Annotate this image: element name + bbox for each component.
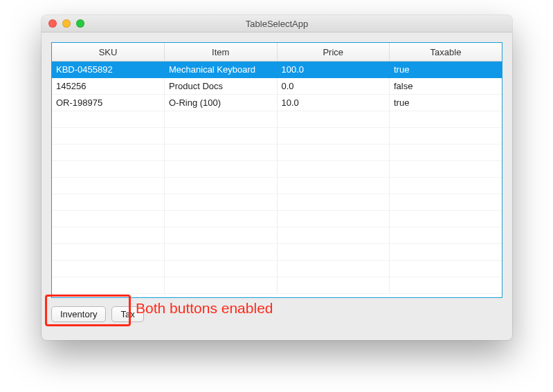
cell-empty bbox=[165, 211, 278, 227]
cell-empty bbox=[52, 161, 165, 178]
cell-empty bbox=[165, 227, 278, 244]
cell-empty bbox=[165, 261, 278, 277]
table-row bbox=[52, 261, 502, 277]
table-header-row: SKU Item Price Taxable bbox=[52, 43, 502, 62]
cell-empty bbox=[52, 277, 165, 294]
table-row bbox=[52, 244, 502, 261]
cell-taxable[interactable]: false bbox=[390, 78, 502, 95]
cell-price[interactable]: 0.0 bbox=[277, 78, 390, 95]
table-row bbox=[52, 161, 502, 178]
cell-empty bbox=[390, 211, 502, 227]
annotation-text: Both buttons enabled bbox=[136, 300, 273, 317]
col-header-taxable[interactable]: Taxable bbox=[390, 43, 502, 62]
cell-empty bbox=[390, 244, 502, 261]
table-row bbox=[52, 111, 502, 128]
cell-empty bbox=[277, 178, 390, 194]
zoom-icon[interactable] bbox=[76, 19, 84, 28]
cell-item[interactable]: Product Docs bbox=[165, 78, 278, 95]
cell-empty bbox=[277, 227, 390, 244]
cell-empty bbox=[390, 227, 502, 244]
cell-item[interactable]: O-Ring (100) bbox=[165, 95, 278, 111]
cell-empty bbox=[277, 261, 390, 277]
table-row bbox=[52, 178, 502, 194]
cell-sku[interactable]: OR-198975 bbox=[52, 95, 165, 111]
cell-empty bbox=[52, 244, 165, 261]
cell-empty bbox=[277, 194, 390, 211]
cell-taxable[interactable]: true bbox=[390, 62, 502, 78]
cell-empty bbox=[277, 277, 390, 294]
cell-taxable[interactable]: true bbox=[390, 95, 502, 111]
col-header-item[interactable]: Item bbox=[165, 43, 278, 62]
cell-empty bbox=[52, 261, 165, 277]
table-row bbox=[52, 128, 502, 144]
cell-empty bbox=[165, 144, 278, 161]
table-row[interactable]: OR-198975O-Ring (100)10.0true bbox=[52, 95, 502, 111]
cell-empty bbox=[165, 277, 278, 294]
cell-empty bbox=[165, 194, 278, 211]
cell-sku[interactable]: 145256 bbox=[52, 78, 165, 95]
cell-empty bbox=[52, 128, 165, 144]
cell-item[interactable]: Mechanical Keyboard bbox=[165, 62, 278, 78]
cell-empty bbox=[52, 111, 165, 128]
cell-empty bbox=[52, 227, 165, 244]
table-row[interactable]: KBD-0455892Mechanical Keyboard100.0true bbox=[52, 62, 502, 78]
cell-empty bbox=[390, 144, 502, 161]
cell-empty bbox=[52, 178, 165, 194]
titlebar[interactable]: TableSelectApp bbox=[42, 15, 512, 32]
table-row[interactable]: 145256Product Docs0.0false bbox=[52, 78, 502, 95]
table-row bbox=[52, 277, 502, 294]
items-table[interactable]: SKU Item Price Taxable KBD-0455892Mechan… bbox=[51, 42, 502, 298]
close-icon[interactable] bbox=[48, 19, 57, 28]
cell-empty bbox=[165, 128, 278, 144]
cell-price[interactable]: 100.0 bbox=[277, 62, 390, 78]
cell-price[interactable]: 10.0 bbox=[277, 95, 390, 111]
cell-empty bbox=[390, 161, 502, 178]
window-title: TableSelectApp bbox=[42, 19, 512, 29]
cell-empty bbox=[165, 161, 278, 178]
cell-empty bbox=[52, 144, 165, 161]
cell-empty bbox=[390, 277, 502, 294]
cell-empty bbox=[277, 211, 390, 227]
table-row bbox=[52, 194, 502, 211]
cell-empty bbox=[390, 194, 502, 211]
cell-empty bbox=[277, 161, 390, 178]
cell-sku[interactable]: KBD-0455892 bbox=[52, 62, 165, 78]
table-row bbox=[52, 144, 502, 161]
cell-empty bbox=[165, 178, 278, 194]
col-header-price[interactable]: Price bbox=[277, 43, 390, 62]
cell-empty bbox=[390, 178, 502, 194]
cell-empty bbox=[52, 194, 165, 211]
cell-empty bbox=[277, 128, 390, 144]
cell-empty bbox=[52, 211, 165, 227]
cell-empty bbox=[165, 111, 278, 128]
cell-empty bbox=[277, 144, 390, 161]
cell-empty bbox=[390, 111, 502, 128]
inventory-button[interactable]: Inventory bbox=[51, 306, 106, 322]
cell-empty bbox=[165, 244, 278, 261]
table-row bbox=[52, 227, 502, 244]
cell-empty bbox=[390, 128, 502, 144]
col-header-sku[interactable]: SKU bbox=[52, 43, 165, 62]
cell-empty bbox=[277, 244, 390, 261]
table-row bbox=[52, 211, 502, 227]
minimize-icon[interactable] bbox=[62, 19, 71, 28]
app-window: TableSelectApp SKU Item Price Taxable KB… bbox=[42, 15, 512, 340]
cell-empty bbox=[390, 261, 502, 277]
cell-empty bbox=[277, 111, 390, 128]
